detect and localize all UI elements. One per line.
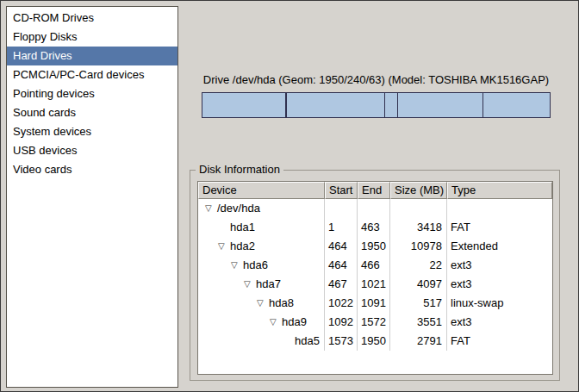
column-separator [324,199,325,351]
end-cell: 1572 [358,313,390,332]
type-cell [447,199,552,218]
device-label: hda2 [230,240,255,252]
device-label: hda6 [243,258,268,271]
column-header-end[interactable]: End [358,182,390,199]
end-cell: 1021 [358,275,390,294]
start-cell: 1092 [325,313,358,332]
column-separator [446,199,447,351]
disk-information-frame: Disk Information DeviceStartEndSize (MB)… [190,170,560,381]
device-list-item-usb-devices[interactable]: USB devices [7,141,177,160]
type-cell: Extended [447,237,552,256]
type-cell: ext3 [447,275,552,294]
device-label: hda1 [230,221,255,233]
size-cell: 3418 [390,218,447,237]
partition-segment-hda5 [482,93,550,117]
column-header-size-mb[interactable]: Size (MB) [390,182,447,199]
type-cell: ext3 [447,313,552,332]
device-cell: ▽hda6 [198,256,325,275]
device-label: hda7 [256,277,281,290]
device-label: hda9 [282,315,307,328]
device-list-item-sound-cards[interactable]: Sound cards [7,103,177,122]
disk-table-row--dev-hda[interactable]: ▽/dev/hda [198,199,552,218]
device-cell: ▽hda7 [198,275,325,294]
device-list-item-system-devices[interactable]: System devices [7,122,177,141]
end-cell: 1950 [358,237,390,256]
disk-table-row-hda5[interactable]: hda5157319502791FAT [198,332,552,351]
end-cell: 1091 [358,294,390,313]
start-cell: 1022 [325,294,358,313]
tree-expander-icon[interactable]: ▽ [218,237,230,256]
start-cell: 1573 [325,332,358,351]
column-separator [389,199,390,351]
type-cell: linux-swap [447,294,552,313]
start-cell: 464 [325,237,358,256]
device-list-item-hard-drives[interactable]: Hard Drives [7,47,177,65]
column-separator [357,199,358,351]
device-cell: ▽hda2 [198,237,325,256]
type-cell: FAT [447,332,552,351]
partition-bar [202,92,551,118]
start-cell: 464 [325,256,358,275]
size-cell [390,199,447,218]
partition-segment-hda7 [286,93,385,117]
device-list-item-pointing-devices[interactable]: Pointing devices [7,84,177,103]
device-label: hda5 [295,334,320,347]
device-list-item-video-cards[interactable]: Video cards [7,160,177,179]
type-cell: ext3 [447,256,552,275]
device-list-item-pcmcia-pc-card-devices[interactable]: PCMCIA/PC-Card devices [7,65,177,84]
size-cell: 22 [390,256,447,275]
tree-expander-icon[interactable]: ▽ [205,199,217,218]
hardware-browser-window: CD-ROM DrivesFloppy DisksHard DrivesPCMC… [0,0,579,392]
size-cell: 10978 [390,237,447,256]
disk-table-row-hda9[interactable]: ▽hda9109215723551ext3 [198,313,552,332]
column-header-type[interactable]: Type [447,182,552,199]
device-cell: ▽/dev/hda [198,199,325,218]
start-cell: 1 [325,218,358,237]
start-cell: 467 [325,275,358,294]
disk-table-header: DeviceStartEndSize (MB)Type [198,182,552,199]
type-cell: FAT [447,218,552,237]
device-cell: ▽hda8 [198,294,325,313]
column-header-device[interactable]: Device [198,182,325,199]
disk-table-row-hda2[interactable]: ▽hda2464195010978Extended [198,237,552,256]
device-label: hda8 [269,296,294,309]
device-list-item-floppy-disks[interactable]: Floppy Disks [7,28,177,47]
tree-expander-icon[interactable]: ▽ [257,294,269,313]
drive-title: Drive /dev/hda (Geom: 1950/240/63) (Mode… [197,73,555,86]
device-cell: ▽hda9 [198,313,325,332]
disk-table-body: ▽/dev/hdahda114633418FAT▽hda246419501097… [198,199,552,351]
disk-table: DeviceStartEndSize (MB)Type ▽/dev/hdahda… [197,181,553,375]
tree-expander-icon[interactable]: ▽ [244,275,256,294]
device-list[interactable]: CD-ROM DrivesFloppy DisksHard DrivesPCMC… [6,6,178,388]
disk-table-row-hda1[interactable]: hda114633418FAT [198,218,552,237]
disk-information-frame-label: Disk Information [196,163,283,176]
disk-table-row-hda6[interactable]: ▽hda646446622ext3 [198,256,552,275]
end-cell: 1950 [358,332,390,351]
size-cell: 517 [390,294,447,313]
partition-segment-hda8 [384,93,396,117]
partition-segment-hda9 [397,93,482,117]
end-cell [358,199,390,218]
start-cell [325,199,358,218]
partition-segment-hda1 [202,93,285,117]
device-label: /dev/hda [217,202,260,215]
size-cell: 4097 [390,275,447,294]
device-list-item-cd-rom-drives[interactable]: CD-ROM Drives [7,9,177,28]
device-cell: hda5 [198,332,325,351]
tree-expander-icon[interactable]: ▽ [270,313,282,332]
end-cell: 466 [358,256,390,275]
disk-table-row-hda7[interactable]: ▽hda746710214097ext3 [198,275,552,294]
disk-table-row-hda8[interactable]: ▽hda810221091517linux-swap [198,294,552,313]
column-header-start[interactable]: Start [325,182,358,199]
size-cell: 2791 [390,332,447,351]
end-cell: 463 [358,218,390,237]
device-cell: hda1 [198,218,325,237]
size-cell: 3551 [390,313,447,332]
tree-expander-icon[interactable]: ▽ [231,256,243,275]
